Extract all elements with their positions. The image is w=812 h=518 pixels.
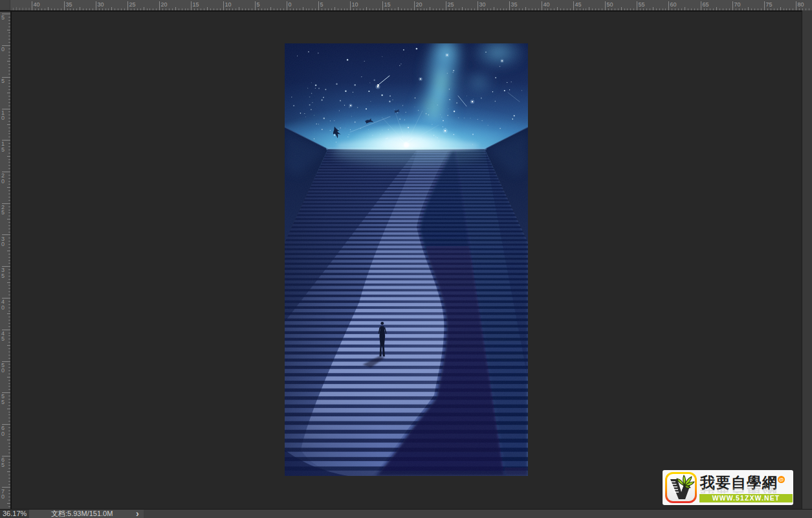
svg-text:65: 65 [703, 1, 709, 8]
svg-text:80: 80 [798, 1, 804, 8]
svg-text:5: 5 [1, 273, 5, 279]
svg-text:15: 15 [384, 1, 391, 8]
svg-text:40: 40 [543, 1, 550, 8]
svg-text:0: 0 [1, 178, 5, 185]
svg-text:40: 40 [34, 1, 40, 8]
svg-text:0: 0 [1, 431, 5, 437]
svg-text:20: 20 [416, 1, 422, 8]
svg-text:5: 5 [257, 1, 260, 8]
svg-text:35: 35 [511, 1, 518, 8]
svg-text:75: 75 [766, 1, 773, 8]
svg-text:5: 5 [1, 14, 5, 21]
svg-text:5: 5 [1, 209, 5, 216]
svg-text:5: 5 [1, 335, 5, 342]
svg-text:0: 0 [1, 241, 5, 247]
svg-text:5: 5 [1, 462, 5, 468]
svg-text:0: 0 [289, 1, 292, 8]
svg-text:50: 50 [607, 1, 613, 8]
svg-text:25: 25 [129, 1, 136, 8]
svg-text:5: 5 [1, 399, 5, 405]
svg-text:0: 0 [1, 304, 5, 311]
svg-text:20: 20 [161, 1, 168, 8]
svg-text:5: 5 [1, 78, 5, 84]
svg-text:10: 10 [225, 1, 232, 8]
svg-text:25: 25 [448, 1, 454, 8]
svg-text:30: 30 [479, 1, 486, 8]
svg-text:10: 10 [352, 1, 358, 8]
svg-text:60: 60 [670, 1, 677, 8]
svg-text:70: 70 [734, 1, 741, 8]
svg-text:0: 0 [1, 46, 5, 52]
svg-text:55: 55 [639, 1, 645, 8]
svg-text:0: 0 [1, 493, 5, 500]
svg-text:5: 5 [1, 146, 5, 153]
svg-text:30: 30 [98, 1, 104, 8]
svg-text:0: 0 [1, 367, 5, 374]
svg-text:35: 35 [66, 1, 72, 8]
svg-text:5: 5 [320, 1, 324, 8]
svg-text:15: 15 [193, 1, 199, 8]
svg-text:45: 45 [575, 1, 582, 8]
svg-text:0: 0 [1, 115, 5, 121]
